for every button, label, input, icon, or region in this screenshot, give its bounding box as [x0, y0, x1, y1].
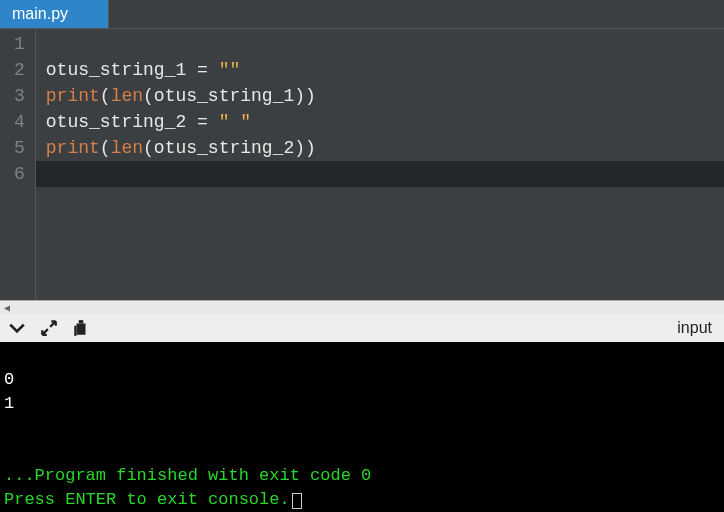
code-line[interactable] — [46, 31, 724, 57]
console-toolbar: input — [0, 314, 724, 342]
code-token: otus_string_2 — [46, 112, 197, 132]
code-token: print — [46, 138, 100, 158]
code-token: " " — [219, 112, 251, 132]
line-number: 1 — [14, 31, 25, 57]
line-number: 5 — [14, 135, 25, 161]
console-output-line: 0 — [4, 370, 14, 389]
code-token: ( — [100, 138, 111, 158]
scroll-left-icon[interactable]: ◀ — [0, 301, 14, 315]
horizontal-scrollbar[interactable]: ◀ — [0, 300, 724, 314]
code-token: len — [111, 86, 143, 106]
code-line[interactable]: otus_string_1 = "" — [46, 57, 724, 83]
line-number: 2 — [14, 57, 25, 83]
line-number: 6 — [14, 161, 25, 187]
code-line[interactable]: otus_string_2 = " " — [46, 109, 724, 135]
copy-icon[interactable] — [72, 319, 90, 337]
code-token — [208, 112, 219, 132]
code-token: (otus_string_2)) — [143, 138, 316, 158]
code-line[interactable]: print(len(otus_string_2)) — [46, 135, 724, 161]
line-number: 4 — [14, 109, 25, 135]
code-line[interactable] — [36, 161, 724, 187]
console-prompt-line: Press ENTER to exit console. — [4, 490, 290, 509]
collapse-icon[interactable] — [8, 319, 26, 337]
code-token: = — [197, 112, 208, 132]
code-editor[interactable]: 123456 otus_string_1 = ""print(len(otus_… — [0, 28, 724, 300]
console-cursor — [292, 493, 302, 509]
line-number-gutter: 123456 — [0, 29, 36, 300]
file-tab-label: main.py — [12, 5, 68, 23]
code-token: len — [111, 138, 143, 158]
file-tab-main[interactable]: main.py — [0, 0, 109, 28]
code-line[interactable]: print(len(otus_string_1)) — [46, 83, 724, 109]
code-token: (otus_string_1)) — [143, 86, 316, 106]
code-token: = — [197, 60, 208, 80]
console-finished-line: ...Program finished with exit code 0 — [4, 466, 371, 485]
code-token: ( — [100, 86, 111, 106]
code-token: print — [46, 86, 100, 106]
expand-icon[interactable] — [40, 319, 58, 337]
console-output-line: 1 — [4, 394, 14, 413]
output-console[interactable]: 0 1 ...Program finished with exit code 0… — [0, 342, 724, 512]
line-number: 3 — [14, 83, 25, 109]
tab-bar: main.py — [0, 0, 724, 28]
input-label: input — [677, 319, 716, 337]
code-area[interactable]: otus_string_1 = ""print(len(otus_string_… — [36, 29, 724, 300]
svg-rect-1 — [79, 320, 84, 323]
code-token: "" — [219, 60, 241, 80]
svg-rect-0 — [77, 324, 86, 335]
code-token: otus_string_1 — [46, 60, 197, 80]
code-token — [208, 60, 219, 80]
